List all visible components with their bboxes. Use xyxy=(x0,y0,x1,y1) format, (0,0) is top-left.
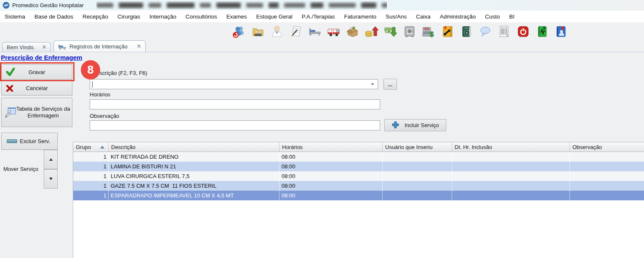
x-icon xyxy=(6,85,13,92)
tab-label: Bem Vindo. xyxy=(7,44,35,51)
redacted-titlebar-text xyxy=(96,1,387,9)
prescription-document-icon[interactable] xyxy=(286,24,305,39)
save-button[interactable]: Gravar xyxy=(1,64,72,80)
observacao-label: Observação xyxy=(90,113,119,119)
app-icon xyxy=(3,2,10,9)
table-row[interactable]: 1 LAMINA DE BISTURI N 21 08:00 xyxy=(73,162,644,171)
chevron-down-icon[interactable] xyxy=(371,83,374,85)
power-icon[interactable] xyxy=(514,24,532,39)
stock-box-icon[interactable] xyxy=(343,24,362,39)
cash-register-icon[interactable]: $ xyxy=(419,24,438,39)
svg-text:$: $ xyxy=(430,30,434,38)
close-tab-icon[interactable]: ✕ xyxy=(42,44,46,50)
delete-service-button[interactable]: Excluir Serv. xyxy=(1,133,58,150)
table-row[interactable]: 1 GAZE 7.5 CM X 7.5 CM 11 FIOS ESTERIL 0… xyxy=(73,181,644,191)
minus-bar-icon xyxy=(7,139,17,143)
move-service-up-button[interactable] xyxy=(44,150,58,169)
observacao-input[interactable] xyxy=(90,120,380,130)
health-record-icon[interactable] xyxy=(532,24,551,39)
menu-cirurgias[interactable]: Cirurgias xyxy=(113,11,145,22)
table-row-selected[interactable]: 1 ESPARADRAPO IMPERMEAVEL 10 CM X 4,5 MT… xyxy=(73,191,644,200)
services-table: Grupo Descrição Horários Usuário que Ins… xyxy=(73,142,644,258)
close-tab-icon[interactable]: ✕ xyxy=(137,43,141,49)
catalog-book-icon[interactable] xyxy=(457,24,476,39)
menu-sistema[interactable]: Sistema xyxy=(0,11,30,22)
horarios-input[interactable] xyxy=(90,99,380,109)
table-header-row: Grupo Descrição Horários Usuário que Ins… xyxy=(73,142,644,152)
table-row[interactable]: 1 KIT RETIRADA DE DRENO 08:00 xyxy=(73,152,644,162)
arrow-up-icon xyxy=(49,158,53,161)
tab-label: Registros de Internação xyxy=(69,43,128,50)
tab-bem-vindo[interactable]: Bem Vindo. ✕ xyxy=(2,42,51,52)
move-service-down-button[interactable] xyxy=(44,169,58,189)
patients-folder-icon[interactable] xyxy=(248,24,267,39)
annotation-step-badge: 8 xyxy=(81,60,100,80)
menu-custo[interactable]: Custo xyxy=(480,11,504,22)
phone-book-icon[interactable] xyxy=(438,24,457,39)
menu-administracao[interactable]: Administração xyxy=(435,11,481,22)
toolbar: $ xyxy=(0,22,644,40)
menu-pa-terapias[interactable]: P.A./Terapias xyxy=(297,11,340,22)
cancel-button[interactable]: Cancelar xyxy=(1,81,72,96)
ambulance-icon[interactable] xyxy=(324,24,343,39)
text-caret xyxy=(92,81,93,88)
plus-icon xyxy=(391,121,401,130)
arrow-down-icon xyxy=(49,178,53,180)
tab-registros-internacao[interactable]: Registros de Internação ✕ xyxy=(53,40,146,52)
menu-sus-ans[interactable]: Sus/Ans xyxy=(381,11,411,22)
app-window: Promedico Gestão Hospitalar Sistema Base… xyxy=(0,0,644,258)
prescricao-enfermagem-panel: Prescrição de Enfermagem Gravar 8 Cancel… xyxy=(0,52,644,258)
save-button-label: Gravar xyxy=(29,69,45,75)
menu-estoque-geral[interactable]: Estoque Geral xyxy=(252,11,297,22)
menu-consultorios[interactable]: Consultórios xyxy=(181,11,222,22)
window-title: Promedico Gestão Hospitalar xyxy=(12,2,84,8)
menu-internacao[interactable]: Internação xyxy=(145,11,181,22)
tab-bar: Bem Vindo. ✕ Registros de Internação ✕ xyxy=(0,40,644,52)
delete-service-button-label: Excluir Serv. xyxy=(20,138,50,144)
move-service-label: Mover Serviço xyxy=(3,166,38,172)
browse-button[interactable]: ... xyxy=(383,79,397,90)
menu-faturamento[interactable]: Faturamento xyxy=(339,11,381,22)
menu-caixa[interactable]: Caixa xyxy=(411,11,435,22)
bed-icon xyxy=(58,43,67,50)
menu-bi[interactable]: BI xyxy=(505,11,519,22)
column-header-grupo[interactable]: Grupo xyxy=(73,142,109,152)
money-in-icon[interactable] xyxy=(362,24,381,39)
prescription-combobox[interactable] xyxy=(90,79,378,89)
table-edit-icon xyxy=(5,107,16,118)
column-header-dt-hr[interactable]: Dt. Hr. Inclusão xyxy=(452,142,570,152)
users-sync-icon[interactable] xyxy=(229,24,248,39)
contacts-book-icon[interactable] xyxy=(551,24,570,39)
column-header-observacao[interactable]: Observação xyxy=(570,142,644,152)
doctor-icon[interactable] xyxy=(267,24,286,39)
include-service-button-label: Incluir Serviço xyxy=(404,122,439,128)
title-bar: Promedico Gestão Hospitalar xyxy=(0,0,644,11)
page-title: Prescrição de Enfermagem xyxy=(1,54,82,61)
column-header-usuario[interactable]: Usuário que Inseriu xyxy=(383,142,452,152)
menu-bar: Sistema Base de Dados Recepção Cirurgias… xyxy=(0,11,644,22)
cancel-button-label: Cancelar xyxy=(26,85,48,91)
services-table-button[interactable]: Tabela de Serviços da Enfermagem xyxy=(1,98,72,127)
menu-recepcao[interactable]: Recepção xyxy=(78,11,113,22)
horarios-label: Horários xyxy=(90,91,110,98)
invoice-icon[interactable] xyxy=(495,24,514,39)
hospital-bed-icon[interactable] xyxy=(305,24,324,39)
include-service-button[interactable]: Incluir Serviço xyxy=(384,119,446,131)
money-out-icon[interactable] xyxy=(381,24,400,39)
menu-exames[interactable]: Exames xyxy=(222,11,252,22)
column-header-horarios[interactable]: Horários xyxy=(279,142,383,152)
check-icon xyxy=(6,68,15,76)
menu-base-de-dados[interactable]: Base de Dados xyxy=(30,11,78,22)
chat-icon[interactable] xyxy=(476,24,495,39)
table-row[interactable]: 1 LUVA CIRURGICA ESTERIL 7,5 08:00 xyxy=(73,171,644,181)
safe-icon[interactable] xyxy=(400,24,419,39)
services-table-button-label: Tabela de Serviços da Enfermagem xyxy=(16,106,70,120)
column-header-descricao[interactable]: Descrição xyxy=(109,142,279,152)
sort-ascending-icon xyxy=(100,146,104,149)
